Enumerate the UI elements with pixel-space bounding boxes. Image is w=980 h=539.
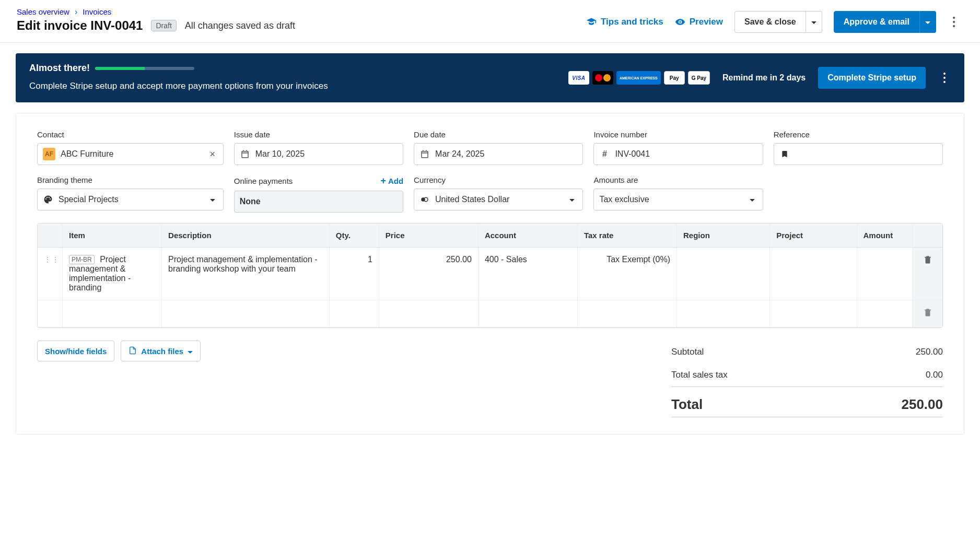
calendar-icon — [419, 149, 430, 159]
online-payments-value: None — [240, 197, 261, 206]
reference-input[interactable] — [774, 143, 943, 165]
th-tax-rate[interactable]: Tax rate — [577, 224, 676, 248]
page-title: Edit invoice INV-0041 — [17, 18, 143, 33]
line-items-grid: Item Description Qty. Price Account Tax … — [37, 223, 943, 328]
plus-icon: + — [380, 175, 386, 186]
th-region[interactable]: Region — [677, 224, 770, 248]
table-row[interactable]: ⋮⋮ PM-BR Project management & implementa… — [38, 248, 942, 300]
currency-label: Currency — [414, 175, 583, 184]
save-close-caret[interactable] — [806, 11, 822, 33]
approve-email-button[interactable]: Approve & email — [834, 11, 919, 33]
cell-amount[interactable] — [857, 248, 913, 300]
amounts-are-select[interactable]: Tax exclusive — [593, 189, 763, 210]
currency-select[interactable]: United States Dollar — [414, 189, 583, 210]
th-project[interactable]: Project — [770, 224, 857, 248]
breadcrumb-link-invoices[interactable]: Invoices — [83, 7, 111, 16]
tax-label: Total sales tax — [671, 370, 728, 380]
contact-value: ABC Furniture — [61, 149, 113, 159]
contact-avatar-chip: AF — [43, 148, 55, 160]
preview-link[interactable]: Preview — [675, 17, 723, 27]
approve-email-split-button: Approve & email — [834, 11, 936, 33]
cell-description[interactable]: Project management & implementation - br… — [162, 248, 330, 300]
complete-stripe-button[interactable]: Complete Stripe setup — [818, 67, 926, 89]
cell-price[interactable]: 250.00 — [379, 248, 478, 300]
delete-row-icon[interactable] — [923, 309, 932, 319]
palette-icon — [43, 195, 53, 204]
currency-value: United States Dollar — [435, 195, 509, 204]
save-close-button[interactable]: Save & close — [734, 11, 806, 33]
banner-progress-fill — [95, 67, 145, 70]
branding-theme-value: Special Projects — [59, 195, 119, 204]
breadcrumb: Sales overview › Invoices — [17, 7, 295, 16]
cell-qty[interactable]: 1 — [329, 248, 379, 300]
tax-value: 0.00 — [926, 370, 943, 380]
th-item[interactable]: Item — [63, 224, 162, 248]
remind-link[interactable]: Remind me in 2 days — [722, 73, 806, 83]
contact-input[interactable]: AF ABC Furniture × — [37, 143, 224, 165]
bookmark-icon — [779, 150, 790, 158]
totals-panel: Subtotal 250.00 Total sales tax 0.00 Tot… — [671, 341, 943, 417]
chevron-down-icon — [567, 198, 577, 202]
online-payments-label: Online payments — [234, 177, 293, 185]
gpay-icon: G Pay — [688, 71, 710, 85]
hash-icon: # — [599, 149, 610, 159]
add-online-payment-link[interactable]: + Add — [380, 175, 403, 186]
attach-files-button[interactable]: Attach files — [121, 341, 201, 361]
th-description[interactable]: Description — [162, 224, 330, 248]
due-date-label: Due date — [414, 130, 583, 139]
show-hide-fields-button[interactable]: Show/hide fields — [37, 341, 114, 361]
th-price[interactable]: Price — [379, 224, 478, 248]
item-code-badge: PM-BR — [69, 255, 95, 264]
cell-account[interactable]: 400 - Sales — [478, 248, 577, 300]
mastercard-icon — [592, 71, 613, 85]
cell-project[interactable] — [770, 248, 857, 300]
branding-theme-select[interactable]: Special Projects — [37, 189, 224, 210]
table-row-empty[interactable] — [38, 300, 942, 327]
eye-icon — [675, 17, 685, 27]
cell-region[interactable] — [677, 248, 770, 300]
file-icon — [129, 346, 137, 356]
issue-date-label: Issue date — [234, 130, 403, 139]
delete-row-icon[interactable] — [923, 256, 932, 266]
payment-brand-icons: VISA AMERICAN EXPRESS Pay G Pay — [568, 71, 710, 85]
contact-label: Contact — [37, 130, 224, 139]
due-date-input[interactable]: Mar 24, 2025 — [414, 143, 583, 165]
invoice-number-label: Invoice number — [593, 130, 763, 139]
status-badge: Draft — [151, 20, 176, 31]
coins-icon — [419, 195, 430, 204]
total-label: Total — [671, 396, 703, 413]
chevron-down-icon — [188, 347, 193, 356]
header-overflow-menu[interactable] — [948, 14, 960, 30]
breadcrumb-link-sales[interactable]: Sales overview — [17, 7, 69, 16]
banner-subtitle: Complete Stripe setup and accept more pa… — [29, 79, 328, 93]
issue-date-input[interactable]: Mar 10, 2025 — [234, 143, 403, 165]
branding-theme-label: Branding theme — [37, 175, 224, 184]
table-header-row: Item Description Qty. Price Account Tax … — [38, 224, 942, 248]
due-date-value: Mar 24, 2025 — [435, 149, 484, 159]
drag-handle-icon[interactable]: ⋮⋮ — [44, 255, 60, 264]
cell-item[interactable]: PM-BR Project management & implementatio… — [63, 248, 162, 300]
clear-icon[interactable]: × — [207, 149, 218, 159]
banner-progress — [95, 67, 194, 70]
th-amount[interactable]: Amount — [857, 224, 913, 248]
save-close-split-button: Save & close — [734, 11, 822, 33]
amounts-are-value: Tax exclusive — [599, 195, 649, 204]
subtotal-value: 250.00 — [916, 347, 943, 357]
th-account[interactable]: Account — [478, 224, 577, 248]
banner-overflow-menu[interactable] — [938, 69, 951, 86]
tips-tricks-link[interactable]: Tips and tricks — [586, 17, 663, 27]
stripe-setup-banner: Almost there! Complete Stripe setup and … — [16, 53, 964, 102]
amounts-are-label: Amounts are — [593, 175, 763, 184]
chevron-right-icon: › — [75, 8, 77, 16]
th-qty[interactable]: Qty. — [329, 224, 379, 248]
online-payments-value-box: None — [234, 191, 403, 213]
invoice-number-input[interactable]: # INV-0041 — [593, 143, 763, 165]
visa-icon: VISA — [568, 71, 589, 85]
reference-label: Reference — [774, 130, 943, 139]
subtotal-label: Subtotal — [671, 347, 704, 357]
cell-tax-rate[interactable]: Tax Exempt (0%) — [577, 248, 676, 300]
amex-icon: AMERICAN EXPRESS — [616, 71, 661, 85]
issue-date-value: Mar 10, 2025 — [255, 149, 305, 159]
approve-email-caret[interactable] — [919, 11, 936, 33]
page-header: Sales overview › Invoices Edit invoice I… — [0, 0, 980, 43]
